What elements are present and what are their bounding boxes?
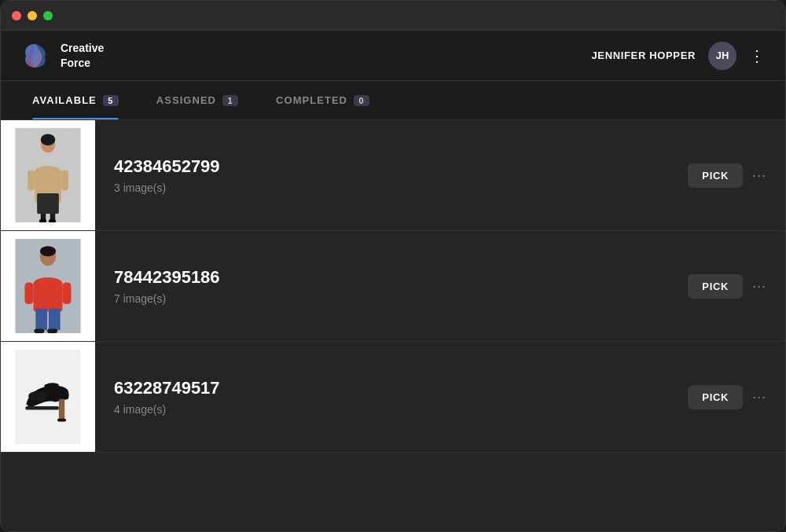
svg-rect-10: [49, 219, 56, 222]
item-id: 63228749517: [114, 378, 669, 398]
svg-rect-26: [57, 419, 66, 422]
close-button[interactable]: [12, 11, 21, 20]
svg-rect-20: [24, 282, 33, 304]
tab-completed-badge: 0: [354, 95, 369, 106]
pick-button[interactable]: PICK: [688, 274, 743, 299]
username-label: JENNIFER HOPPER: [591, 50, 696, 61]
fullscreen-button[interactable]: [43, 11, 53, 20]
minimize-button[interactable]: [28, 11, 37, 20]
svg-rect-11: [28, 171, 35, 191]
svg-rect-9: [39, 219, 46, 222]
svg-point-6: [41, 134, 55, 145]
item-info: 78442395186 7 image(s): [95, 267, 688, 305]
tab-assigned-label: ASSIGNED: [156, 94, 216, 106]
list-item: 78442395186 7 image(s) PICK ···: [1, 231, 785, 342]
tab-completed[interactable]: COMPLETED 0: [276, 81, 369, 119]
content-area: 42384652799 3 image(s) PICK ···: [1, 120, 785, 532]
tab-completed-label: COMPLETED: [276, 94, 347, 106]
item-thumbnail: [1, 342, 95, 452]
svg-rect-12: [61, 171, 68, 191]
item-count: 7 image(s): [114, 292, 669, 305]
svg-rect-22: [34, 328, 44, 333]
svg-rect-15: [34, 282, 63, 311]
item-actions: PICK ···: [688, 385, 766, 409]
tab-available[interactable]: AVAILABLE 5: [32, 81, 119, 119]
svg-rect-28: [25, 406, 58, 410]
item-count: 4 image(s): [114, 403, 669, 416]
avatar[interactable]: JH: [708, 42, 736, 70]
brand-name: CreativeForce: [61, 41, 104, 69]
svg-rect-23: [47, 328, 57, 333]
item-actions: PICK ···: [688, 163, 766, 188]
titlebar: [1, 1, 785, 31]
traffic-lights: [12, 11, 53, 20]
more-menu-button[interactable]: ⋮: [749, 46, 766, 65]
more-options-button[interactable]: ···: [752, 389, 766, 405]
list-item: 63228749517 4 image(s) PICK ···: [1, 342, 785, 453]
svg-rect-16: [35, 309, 47, 331]
svg-rect-25: [59, 399, 64, 421]
more-options-button[interactable]: ···: [752, 167, 766, 184]
item-thumbnail: [1, 231, 95, 341]
svg-rect-4: [37, 193, 59, 214]
svg-rect-21: [62, 282, 71, 304]
pick-button[interactable]: PICK: [688, 385, 743, 409]
tab-assigned-badge: 1: [222, 95, 238, 106]
list-item: 42384652799 3 image(s) PICK ···: [1, 120, 785, 231]
pick-button[interactable]: PICK: [688, 163, 743, 188]
svg-point-19: [40, 246, 56, 256]
item-id: 42384652799: [114, 156, 669, 177]
item-info: 42384652799 3 image(s): [95, 156, 688, 194]
item-actions: PICK ···: [688, 274, 766, 299]
tab-available-badge: 5: [103, 95, 119, 106]
svg-point-27: [28, 391, 49, 402]
tabbar: AVAILABLE 5 ASSIGNED 1 COMPLETED 0: [1, 81, 785, 120]
item-id: 78442395186: [114, 267, 669, 288]
item-thumbnail: [1, 120, 95, 230]
tab-available-label: AVAILABLE: [32, 94, 97, 106]
header-right: JENNIFER HOPPER JH ⋮: [591, 42, 766, 70]
more-options-button[interactable]: ···: [752, 278, 766, 295]
navbar: CreativeForce JENNIFER HOPPER JH ⋮: [1, 31, 785, 81]
tab-assigned[interactable]: ASSIGNED 1: [156, 81, 238, 119]
brand-logo: [20, 40, 51, 72]
svg-rect-17: [49, 309, 61, 331]
item-count: 3 image(s): [114, 182, 669, 194]
brand: CreativeForce: [20, 40, 104, 72]
item-info: 63228749517 4 image(s): [95, 378, 688, 416]
